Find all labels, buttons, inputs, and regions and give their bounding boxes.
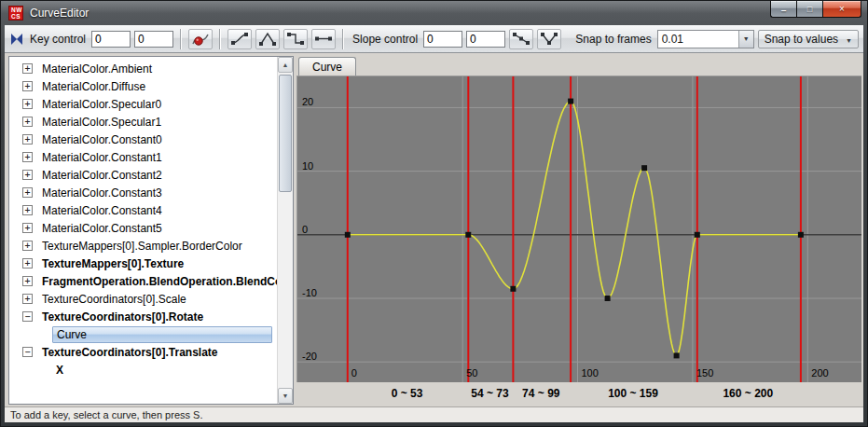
x-tick-label: 100 [582,367,599,379]
slope-line-icon [512,31,530,47]
main-area: +MaterialColor.Ambient+MaterialColor.Dif… [5,53,863,406]
close-icon: × [839,5,845,14]
segment-range-label: 100 ~ 159 [608,387,658,400]
tree-item[interactable]: +MaterialColor.Diffuse [9,77,277,95]
expand-icon[interactable]: + [22,276,33,286]
tree-item-label: TextureMappers[0].Sampler.BorderColor [38,239,246,254]
interp-constant-button[interactable] [311,29,336,49]
tree-item[interactable]: −TextureCoordinators[0].Rotate [9,308,277,325]
slope-v-button[interactable] [537,29,561,49]
tree-item[interactable]: Curve [9,325,277,343]
tree-item[interactable]: +TextureMappers[0].Sampler.BorderColor [9,237,277,255]
expand-icon[interactable]: + [22,99,33,109]
tree-item[interactable]: +MaterialColor.Constant0 [9,131,277,148]
tree-item[interactable]: −TextureCoordinators[0].Translate [9,343,277,361]
expand-icon[interactable]: + [22,134,33,145]
add-key-button[interactable] [188,29,213,49]
toolbar-separator [342,29,344,49]
keyframe-marker[interactable] [345,232,351,238]
interp-linear-button[interactable] [255,29,280,49]
slope-v-icon [540,31,558,47]
app-icon-line2: CS [11,13,22,20]
toolbar: Key control [5,25,863,53]
toolbar-separator [180,29,182,49]
y-tick-label: 0 [302,224,308,235]
tree-item[interactable]: +MaterialColor.Constant4 [9,201,277,219]
keyframe-marker[interactable] [510,286,516,292]
tree-item[interactable]: X [9,361,277,379]
close-button[interactable]: × [822,1,861,18]
tree-item-label: TextureCoordinators[0].Scale [38,292,190,307]
keyframe-marker[interactable] [605,296,611,301]
tree-item[interactable]: +MaterialColor.Constant1 [9,148,277,166]
tree-item-label: MaterialColor.Constant5 [38,221,166,236]
keyframe-marker[interactable] [695,232,700,238]
expand-icon[interactable]: + [22,117,33,127]
keyframe-marker[interactable] [674,352,680,358]
title-bar[interactable]: NW CS CurveEditor [1,1,867,25]
tree-item-label: MaterialColor.Ambient [38,62,156,76]
expand-icon[interactable]: + [22,81,33,91]
app-icon: NW CS [8,6,23,21]
slope-in-input[interactable] [423,31,462,48]
tree-item-label: FragmentOperation.BlendOperation.BlendCo [38,274,277,289]
snap-to-frames-select[interactable]: 0.01 ▼ [657,30,754,48]
collapse-icon[interactable]: − [22,311,33,322]
key-frame-input[interactable] [91,31,131,48]
expand-icon[interactable]: + [22,205,33,215]
tree-item-label: TextureCoordinators[0].Rotate [38,310,207,324]
curve-chart-svg[interactable]: 20100-10-20050100150200 [297,76,861,382]
interp-step-button[interactable] [283,29,308,49]
tree-item-label: MaterialColor.Specular0 [38,97,165,112]
x-tick-label: 150 [696,367,713,379]
chevron-down-icon[interactable]: ▼ [738,31,753,48]
tree-item[interactable]: +MaterialColor.Constant3 [9,184,277,201]
scroll-up-button[interactable]: ▲ [278,57,293,73]
tree-item[interactable]: +MaterialColor.Constant2 [9,166,277,184]
tree-item-label: TextureMappers[0].Texture [38,256,187,271]
tab-strip: Curve [296,56,861,76]
snap-to-values-dropdown[interactable]: Snap to values ▼ [758,30,859,48]
minimize-button[interactable]: – [770,1,796,18]
keyframe-marker[interactable] [641,165,647,171]
scroll-down-button[interactable]: ▼ [278,388,293,404]
expand-icon[interactable]: + [22,241,33,251]
keyframe-marker[interactable] [798,232,804,238]
scrollbar-thumb[interactable] [279,75,292,192]
tree-item[interactable]: +MaterialColor.Specular0 [9,95,277,113]
slope-out-input[interactable] [466,31,505,48]
window-title: CurveEditor [30,7,89,20]
curve-chart[interactable]: 20100-10-20050100150200 [296,76,861,382]
key-icon [9,32,24,47]
key-value-input[interactable] [134,31,173,48]
tree-item[interactable]: +FragmentOperation.BlendOperation.BlendC… [9,272,277,290]
slope-line-button[interactable] [509,29,533,49]
tree-item[interactable]: +MaterialColor.Specular1 [9,113,277,131]
tree-scrollbar[interactable]: ▲ ▼ [277,57,293,404]
collapse-icon[interactable]: − [22,347,33,357]
x-tick-label: 200 [811,367,828,379]
segment-labels: 0 ~ 5354 ~ 7374 ~ 99100 ~ 159160 ~ 200 [296,382,861,405]
tab-curve[interactable]: Curve [298,57,356,76]
expand-icon[interactable]: + [22,294,33,304]
expand-icon[interactable]: + [22,63,33,74]
keyframe-marker[interactable] [465,232,471,238]
tree-item[interactable]: +MaterialColor.Ambient [9,60,277,77]
tree-item[interactable]: +TextureMappers[0].Texture [9,255,277,272]
window-content: Key control [5,25,863,422]
expand-icon[interactable]: + [22,187,33,198]
expand-icon[interactable]: + [22,258,33,269]
expand-icon[interactable]: + [22,170,33,180]
step-icon [286,31,305,47]
curve-path[interactable] [348,102,801,356]
expand-icon[interactable]: + [22,223,33,233]
expand-icon[interactable]: + [22,152,33,162]
snap-to-frames-label: Snap to frames [573,33,653,46]
interp-smooth-button[interactable] [227,29,252,49]
keyframe-marker[interactable] [568,99,573,104]
maximize-button[interactable]: □ [796,1,822,18]
tree-item[interactable]: +MaterialColor.Constant5 [9,219,277,237]
tree-item[interactable]: +TextureCoordinators[0].Scale [9,290,277,308]
curve-panel: Curve 20100-10-20050100150200 0 ~ 5354 ~… [296,56,861,405]
scroll-up-icon: ▲ [282,62,289,68]
